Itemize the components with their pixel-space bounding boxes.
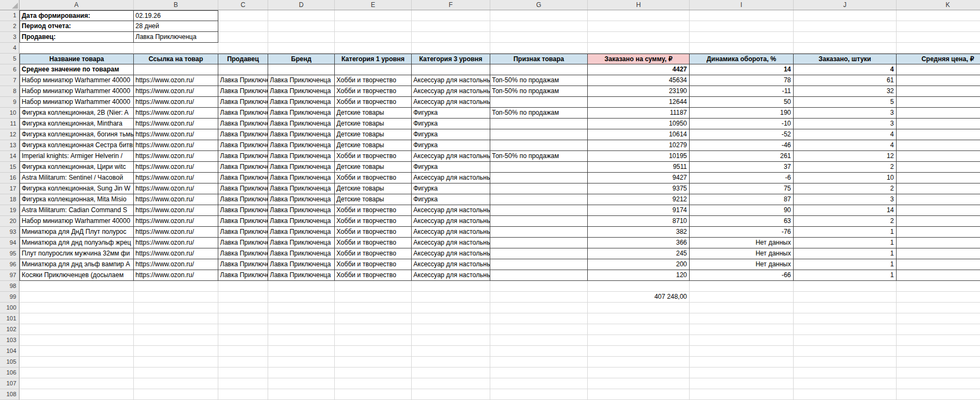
cell-K99[interactable] <box>897 292 980 303</box>
cell-I14[interactable]: 261 <box>690 151 794 162</box>
cell-H96[interactable]: 200 <box>588 259 690 270</box>
cell-I18[interactable]: 87 <box>690 194 794 205</box>
cell-G4[interactable] <box>490 43 588 54</box>
row-header-100[interactable]: 100 <box>0 303 20 313</box>
row-header-108[interactable]: 108 <box>0 389 20 400</box>
cell-D12[interactable]: Лавка Приключенца <box>268 129 335 140</box>
column-header-C[interactable]: C <box>218 0 268 10</box>
cell-H20[interactable]: 8710 <box>588 216 690 227</box>
cell-I11[interactable]: -10 <box>690 119 794 129</box>
row-header-106[interactable]: 106 <box>0 368 20 378</box>
cell-I12[interactable]: -52 <box>690 129 794 140</box>
cell-A1[interactable]: Дата формирования: <box>20 10 134 21</box>
cell-I105[interactable] <box>690 357 794 368</box>
cell-H6[interactable]: 4427 <box>588 64 690 75</box>
cell-F13[interactable]: Фигурка <box>412 140 490 151</box>
cell-J9[interactable]: 5 <box>794 97 897 108</box>
cell-C8[interactable]: Лавка Приключенца <box>218 86 268 97</box>
cell-G97[interactable] <box>490 270 588 281</box>
cell-A99[interactable] <box>20 292 134 303</box>
cell-F95[interactable]: Аксессуар для настольных <box>412 248 490 259</box>
row-header-101[interactable]: 101 <box>0 313 20 324</box>
cell-D2[interactable] <box>268 21 335 32</box>
cell-G106[interactable] <box>490 368 588 378</box>
cell-F93[interactable]: Аксессуар для настольных <box>412 227 490 238</box>
cell-K19[interactable] <box>897 205 980 216</box>
cell-D108[interactable] <box>268 389 335 400</box>
cell-E97[interactable]: Хобби и творчество <box>335 270 412 281</box>
cell-K93[interactable] <box>897 227 980 238</box>
cell-K7[interactable] <box>897 75 980 86</box>
cell-F16[interactable]: Аксессуар для настольных <box>412 173 490 183</box>
cell-C97[interactable]: Лавка Приключенца <box>218 270 268 281</box>
cell-J93[interactable]: 1 <box>794 227 897 238</box>
cell-K108[interactable] <box>897 389 980 400</box>
cell-B96[interactable]: https://www.ozon.ru/ <box>134 259 218 270</box>
cell-I107[interactable] <box>690 378 794 389</box>
cell-B106[interactable] <box>134 368 218 378</box>
cell-F20[interactable]: Аксессуар для настольных <box>412 216 490 227</box>
cell-F17[interactable]: Фигурка <box>412 183 490 194</box>
cell-E14[interactable]: Хобби и творчество <box>335 151 412 162</box>
row-header-6[interactable]: 6 <box>0 64 20 75</box>
cell-K104[interactable] <box>897 346 980 357</box>
cell-J18[interactable]: 3 <box>794 194 897 205</box>
cell-I101[interactable] <box>690 313 794 324</box>
cell-F12[interactable]: Фигурка <box>412 129 490 140</box>
cell-K2[interactable] <box>897 21 980 32</box>
cell-H5[interactable]: Заказано на сумму, ₽ <box>588 54 690 64</box>
cell-K16[interactable] <box>897 173 980 183</box>
cell-G1[interactable] <box>490 10 588 21</box>
cell-I95[interactable]: Нет данных <box>690 248 794 259</box>
cell-B12[interactable]: https://www.ozon.ru/ <box>134 129 218 140</box>
cell-E108[interactable] <box>335 389 412 400</box>
cell-E93[interactable]: Хобби и творчество <box>335 227 412 238</box>
cell-J103[interactable] <box>794 335 897 346</box>
cell-E12[interactable]: Детские товары <box>335 129 412 140</box>
cell-I13[interactable]: -46 <box>690 140 794 151</box>
cell-D16[interactable]: Лавка Приключенца <box>268 173 335 183</box>
cell-I98[interactable] <box>690 281 794 292</box>
cell-A20[interactable]: Набор миниатюр Warhammer 40000 <box>20 216 134 227</box>
cell-B20[interactable]: https://www.ozon.ru/ <box>134 216 218 227</box>
cell-A102[interactable] <box>20 324 134 335</box>
cell-C5[interactable]: Продавец <box>218 54 268 64</box>
cell-G3[interactable] <box>490 32 588 43</box>
cell-K100[interactable] <box>897 303 980 313</box>
row-header-103[interactable]: 103 <box>0 335 20 346</box>
column-header-D[interactable]: D <box>268 0 335 10</box>
cell-H107[interactable] <box>588 378 690 389</box>
cell-K102[interactable] <box>897 324 980 335</box>
cell-H7[interactable]: 45634 <box>588 75 690 86</box>
cell-A108[interactable] <box>20 389 134 400</box>
cell-C9[interactable]: Лавка Приключенца <box>218 97 268 108</box>
cell-J14[interactable]: 12 <box>794 151 897 162</box>
cell-F94[interactable]: Аксессуар для настольных <box>412 238 490 248</box>
cell-A16[interactable]: Astra Militarum: Sentinel / Часовой <box>20 173 134 183</box>
cell-B5[interactable]: Ссылка на товар <box>134 54 218 64</box>
cell-C11[interactable]: Лавка Приключенца <box>218 119 268 129</box>
cell-G19[interactable] <box>490 205 588 216</box>
cell-K13[interactable] <box>897 140 980 151</box>
cell-D98[interactable] <box>268 281 335 292</box>
column-header-G[interactable]: G <box>490 0 588 10</box>
cell-D96[interactable]: Лавка Приключенца <box>268 259 335 270</box>
cell-B16[interactable]: https://www.ozon.ru/ <box>134 173 218 183</box>
row-header-107[interactable]: 107 <box>0 378 20 389</box>
cell-D102[interactable] <box>268 324 335 335</box>
cell-F96[interactable]: Аксессуар для настольных <box>412 259 490 270</box>
cell-I17[interactable]: 75 <box>690 183 794 194</box>
cell-I7[interactable]: 78 <box>690 75 794 86</box>
cell-A101[interactable] <box>20 313 134 324</box>
cell-E11[interactable]: Детские товары <box>335 119 412 129</box>
cell-G5[interactable]: Признак товара <box>490 54 588 64</box>
cell-J101[interactable] <box>794 313 897 324</box>
cell-A94[interactable]: Миниатюра для днд полуэльф жрец <box>20 238 134 248</box>
row-header-13[interactable]: 13 <box>0 140 20 151</box>
cell-A107[interactable] <box>20 378 134 389</box>
cell-G103[interactable] <box>490 335 588 346</box>
cell-H18[interactable]: 9212 <box>588 194 690 205</box>
cell-B105[interactable] <box>134 357 218 368</box>
row-header-2[interactable]: 2 <box>0 21 20 32</box>
row-header-95[interactable]: 95 <box>0 248 20 259</box>
